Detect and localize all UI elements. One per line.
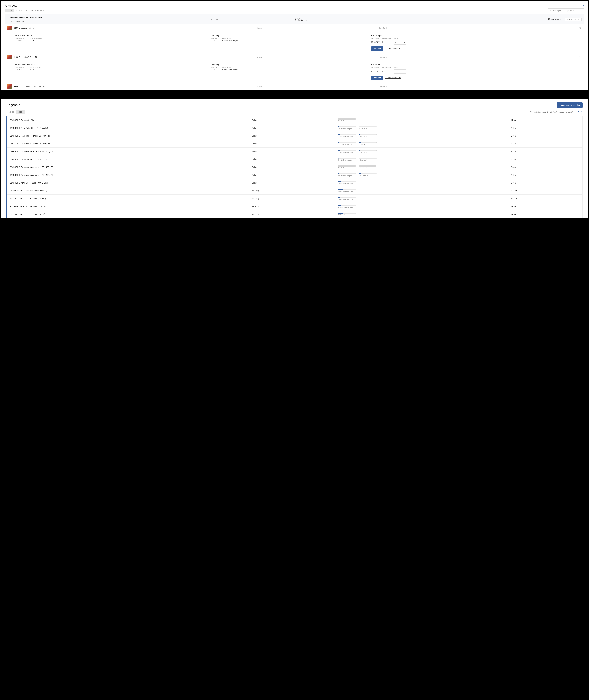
search-icon (530, 110, 532, 113)
lieferung-section-title: Lieferung (211, 63, 368, 66)
stepper-plus-button[interactable]: + (402, 40, 406, 44)
create-offer-button[interactable]: Neues Angebot erstellen (557, 102, 583, 108)
retourenrecht-label: Retourenrecht (222, 38, 239, 39)
order-button[interactable]: Bestellen (371, 76, 383, 80)
article-row[interactable]: 04899 Erntedankstrauß mxSpanneEinkaufspr… (5, 24, 584, 32)
offer-row-type: Einkauf (251, 119, 338, 121)
verkauft-label: 11% verkauft (359, 143, 377, 145)
offer-row-time: 2:33h (511, 150, 580, 152)
page-title: Angebote (5, 4, 17, 7)
offer-row-time: 2:33h (511, 127, 580, 129)
offer-list-row[interactable]: Sonderverkauf Fleisch Bedienung Ost (2)B… (7, 203, 582, 210)
details-section-title: Artikeldetails und Preis (15, 63, 208, 66)
offer-list-row[interactable]: Sonderverkauf Fleisch Bedienung West (2)… (7, 187, 582, 195)
offer-timestamp: 15.09.22 08:25 (209, 18, 294, 20)
artikelnummer-label: Artikelnummer (15, 67, 24, 68)
search-box[interactable] (548, 8, 584, 13)
quantity-value: 0 (398, 40, 402, 44)
lieferweg-value: Lager (211, 69, 217, 71)
offer-row-title: O&G SOPO Trauben hell kernlos ES I 400g … (10, 142, 251, 145)
article-details-link[interactable]: Zu den Artikeldetails (385, 77, 401, 79)
tab-alle[interactable]: ALLE (16, 110, 25, 114)
quantity-stepper[interactable]: -0+ (394, 69, 406, 74)
stepper-plus-button[interactable]: + (402, 70, 406, 73)
rueckmeldungen-label: 15% Rückmeldungen (338, 206, 356, 208)
svg-point-4 (583, 5, 584, 5)
tab-beantwortet[interactable]: BEANTWORTET (14, 9, 29, 12)
verkauft-bar: 0% verkauft (359, 157, 377, 161)
offer-row-title: O&G SOPO Trauben dunkel kernlos ES I 400… (10, 166, 251, 168)
lieferdatum-label: Lieferdatum (371, 67, 380, 68)
rueckmeldungen-label: 7% Rückmeldungen (338, 143, 356, 145)
remove-article-icon[interactable] (579, 56, 582, 58)
offer-row-title: Sonderverkauf Fleisch Bedienung Ost (2) (10, 205, 251, 208)
article-thumbnail (7, 84, 12, 89)
bestelleinheit-value: Karton (383, 41, 391, 43)
offer-list-row[interactable]: O&G SOPO Trauben dunkel kernlos ES I 400… (7, 155, 582, 163)
verkauft-bar: 11% verkauft (359, 142, 377, 145)
offer-header: O+G Sonderposten Herbstflyer Blumen 17 A… (5, 14, 584, 24)
verkauft-bar: 13% verkauft (359, 173, 377, 177)
filter-icon[interactable] (582, 4, 584, 7)
offers-list: O&G SOPO Trauben im Shaker (2)Einkauf6% … (6, 116, 583, 218)
rueckmeldungen-bar: 3% Rückmeldungen (338, 157, 356, 161)
stepper-minus-button[interactable]: - (394, 70, 398, 73)
svg-line-7 (551, 11, 551, 11)
rueckmeldungen-label: 11% Rückmeldungen (338, 151, 356, 153)
offer-list-row[interactable]: O&G SOPO Äpfel Elstar 60+ DE II 2,5kg KB… (7, 124, 582, 132)
bestelleinheit-label: Bestelleinheit (383, 38, 391, 39)
reject-all-button[interactable]: 17 Artikel ablehnen (565, 17, 582, 21)
sortiment-value: Obst & Gemüse (296, 19, 438, 21)
filter-icon[interactable] (580, 110, 583, 113)
offer-row-time: 2:33h (511, 174, 580, 176)
offer-list-row[interactable]: Sonderverkauf Fleisch Bedienung BB (2)Ba… (7, 210, 582, 218)
offer-list-row[interactable]: O&G SOPO Äpfel SweeTango 70-80 DE I 2kg … (7, 179, 582, 187)
search-input[interactable] (553, 10, 583, 12)
lieferweg-value: Lager (211, 40, 217, 42)
offer-list-row[interactable]: O&G SOPO Trauben dunkel kernlos ES I 400… (7, 171, 582, 179)
ladenverkaufspreis-value: 7,99 € (30, 40, 42, 42)
offer-row-title: O&G SOPO Trauben im Shaker (2) (10, 119, 251, 121)
status-tabs: OFFEN BEANTWORTET ABGESCHLOSSEN (5, 9, 46, 12)
article-row[interactable]: 11960 Bauernstrauß Groß L50SpanneEinkauf… (5, 53, 584, 61)
offer-list-row[interactable]: O&G SOPO Trauben dunkel kernlos ES I 400… (7, 163, 582, 171)
rueckmeldungen-bar: 3% Rückmeldungen (338, 165, 356, 169)
offer-row-type: Einkauf (251, 182, 338, 184)
article-details-link[interactable]: Zu den Artikeldetails (385, 48, 401, 50)
print-offer-link[interactable]: Angebot drucken (548, 18, 564, 21)
offer-row-type: Einkauf (251, 166, 338, 168)
quantity-stepper[interactable]: -0+ (394, 40, 406, 44)
offer-list-row[interactable]: Sonderverkauf Fleisch Bedienung NW (2)Ba… (7, 195, 582, 203)
order-button[interactable]: Bestellen (371, 46, 383, 51)
tab-offen[interactable]: OFFEN (5, 9, 14, 12)
einkaufspreis-label: Einkaufspreis (379, 27, 582, 29)
rueckmeldungen-bar: 30% Rückmeldungen (338, 213, 356, 216)
verkauft-bar: 4% verkauft (359, 150, 377, 153)
offer-row-time: 22:33h (511, 190, 580, 192)
offer-list-row[interactable]: O&G SOPO Trauben im Shaker (2)Einkauf6% … (7, 116, 582, 124)
search-input[interactable] (534, 111, 573, 113)
remove-article-icon[interactable] (579, 85, 582, 88)
ladenverkaufspreis-label: Ladenverkaufspreis (30, 38, 42, 39)
offer-row-time: 2:33h (511, 135, 580, 137)
retourenrecht-value: Retoure nicht möglich (222, 40, 239, 42)
tab-abgeschlossen[interactable]: ABGESCHLOSSEN (29, 9, 46, 12)
remove-article-icon[interactable] (579, 27, 582, 29)
rueckmeldungen-bar: 11% Rückmeldungen (338, 134, 356, 137)
svg-point-25 (581, 111, 581, 111)
article-row[interactable]: 44839 BD Bt.St.Indian Summer 15St L50 mx… (5, 82, 584, 90)
offer-row-type: Einkauf (251, 174, 338, 176)
offer-list-row[interactable]: O&G SOPO Trauben hell kernlos ES I 400g … (7, 132, 582, 140)
offer-list-row[interactable]: O&G SOPO Trauben hell kernlos ES I 400g … (7, 140, 582, 147)
svg-point-6 (550, 10, 551, 11)
offer-row-time: 1T 3h (511, 205, 580, 208)
stepper-minus-button[interactable]: - (394, 40, 398, 44)
offer-list-row[interactable]: O&G SOPO Trauben dunkel kernlos ES I 400… (7, 147, 582, 155)
svg-point-3 (583, 4, 583, 5)
rueckmeldungen-label: 30% Rückmeldungen (338, 214, 356, 216)
tab-meine[interactable]: MEINE (6, 110, 16, 114)
retourenrecht-value: Retoure nicht möglich (222, 69, 239, 71)
sort-icon[interactable]: AZ (577, 110, 579, 113)
search-box[interactable] (529, 110, 575, 114)
rueckmeldungen-bar: 26% Rückmeldungen (338, 189, 356, 192)
